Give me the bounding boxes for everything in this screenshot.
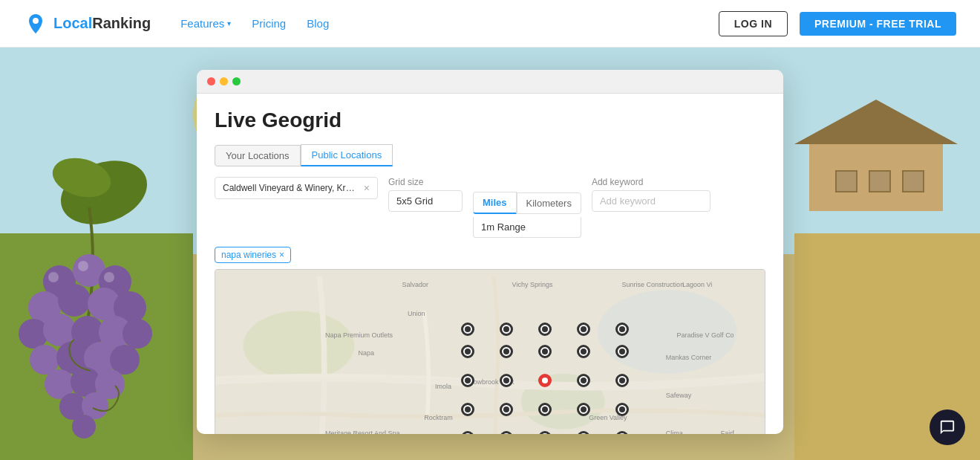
grid-dots <box>215 270 765 434</box>
grid-dot-4-1[interactable] <box>577 323 590 336</box>
grid-dot-2-1[interactable] <box>500 323 513 336</box>
svg-point-14 <box>122 319 152 349</box>
grid-size-control: Grid size 5x5 Grid <box>388 177 463 212</box>
grapes-illustration <box>0 148 186 460</box>
locations-tabs: Your Locations Public Locations <box>215 144 765 166</box>
grid-dot-2-3[interactable] <box>500 374 513 387</box>
minimize-dot <box>220 77 228 85</box>
nav-features[interactable]: Features ▾ <box>180 17 231 30</box>
chevron-down-icon: ▾ <box>227 19 231 27</box>
keyword-tag-napa: napa wineries × <box>215 247 291 263</box>
tab-your-locations[interactable]: Your Locations <box>215 145 301 166</box>
keyword-remove-button[interactable]: × <box>279 250 284 260</box>
grid-dot-3-5[interactable] <box>538 431 552 434</box>
grid-dot-4-5[interactable] <box>577 431 590 434</box>
chat-button[interactable] <box>930 409 965 445</box>
svg-point-27 <box>104 272 114 282</box>
browser-window: Live Geogrid Your Locations Public Locat… <box>197 70 783 434</box>
grid-dot-1-5[interactable] <box>461 431 474 434</box>
grid-dot-5-4[interactable] <box>615 403 629 416</box>
keyword-control: Add keyword Add keyword <box>592 177 710 212</box>
grid-size-label: Grid size <box>388 177 463 187</box>
grid-size-value: 5x5 Grid <box>396 195 433 207</box>
background-scene: Live Geogrid Your Locations Public Locat… <box>0 48 980 460</box>
premium-button[interactable]: PREMIUM - FREE TRIAL <box>800 12 956 36</box>
grid-dot-2-5[interactable] <box>500 431 513 434</box>
chat-icon <box>939 419 956 435</box>
navbar: LocalRanking Features ▾ Pricing Blog LOG… <box>0 0 980 48</box>
range-input[interactable]: 1m Range <box>473 217 581 238</box>
location-input[interactable]: Caldwell Vineyard & Winery, Kreuzer Lane… <box>215 177 378 199</box>
location-value: Caldwell Vineyard & Winery, Kreuzer Lane… <box>223 183 356 193</box>
unit-miles-button[interactable]: Miles <box>473 192 517 214</box>
nav-blog[interactable]: Blog <box>307 17 329 30</box>
grid-dot-2-2[interactable] <box>500 345 513 358</box>
grid-dot-5-3[interactable] <box>615 374 629 387</box>
login-button[interactable]: LOG IN <box>719 11 788 36</box>
grid-dot-1-3[interactable] <box>461 374 474 387</box>
grid-dot-3-3[interactable] <box>538 374 552 387</box>
grid-dot-5-1[interactable] <box>615 323 629 336</box>
map-area[interactable]: SalvadorVichy SpringsSunrise Constructio… <box>215 269 765 434</box>
svg-point-0 <box>33 18 39 24</box>
svg-point-25 <box>48 272 59 282</box>
grid-dot-5-5[interactable] <box>615 431 629 434</box>
keyword-placeholder: Add keyword <box>600 195 656 207</box>
location-clear-button[interactable]: × <box>364 182 370 194</box>
logo-text: LocalRanking <box>53 15 151 32</box>
page-title: Live Geogrid <box>215 108 765 132</box>
svg-point-7 <box>58 284 91 317</box>
grid-dot-2-4[interactable] <box>500 403 513 416</box>
logo[interactable]: LocalRanking <box>24 12 151 36</box>
grid-dot-3-4[interactable] <box>538 403 552 416</box>
unit-toggle: Miles Kilometers <box>473 192 581 214</box>
grid-size-input[interactable]: 5x5 Grid <box>388 190 463 212</box>
tab-public-locations[interactable]: Public Locations <box>301 144 393 166</box>
svg-point-26 <box>78 261 88 271</box>
svg-point-24 <box>72 415 96 438</box>
nav-right: LOG IN PREMIUM - FREE TRIAL <box>719 11 956 36</box>
location-control: Caldwell Vineyard & Winery, Kreuzer Lane… <box>215 177 378 199</box>
unit-km-button[interactable]: Kilometers <box>517 192 581 214</box>
grid-dot-4-3[interactable] <box>577 374 590 387</box>
browser-content: Live Geogrid Your Locations Public Locat… <box>197 94 783 434</box>
grid-dot-1-4[interactable] <box>461 403 474 416</box>
grid-dot-4-2[interactable] <box>577 345 590 358</box>
grid-dot-1-2[interactable] <box>461 345 474 358</box>
nav-links: Features ▾ Pricing Blog <box>180 17 719 30</box>
grid-dot-3-2[interactable] <box>538 345 552 358</box>
expand-dot <box>232 77 241 85</box>
grid-dot-3-1[interactable] <box>538 323 552 336</box>
keyword-input[interactable]: Add keyword <box>592 190 710 212</box>
browser-titlebar <box>197 70 783 94</box>
keyword-tags-row: napa wineries × <box>215 247 765 263</box>
grid-dot-5-2[interactable] <box>615 345 629 358</box>
grid-dot-1-1[interactable] <box>461 323 474 336</box>
keyword-label: Add keyword <box>592 177 710 187</box>
unit-control: Miles Kilometers 1m Range <box>473 177 581 238</box>
grid-dot-4-4[interactable] <box>577 403 590 416</box>
range-value: 1m Range <box>481 221 526 233</box>
house-illustration <box>794 107 958 211</box>
nav-pricing[interactable]: Pricing <box>252 17 286 30</box>
controls-row: Caldwell Vineyard & Winery, Kreuzer Lane… <box>215 177 765 238</box>
logo-icon <box>24 12 48 36</box>
close-dot <box>207 77 215 85</box>
